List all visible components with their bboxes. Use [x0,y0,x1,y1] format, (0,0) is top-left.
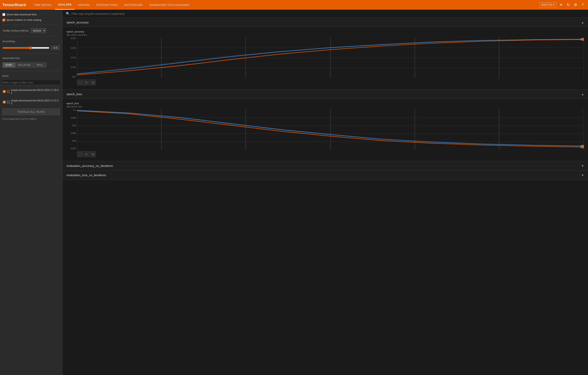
axis-relative-button[interactable]: RELATIVE [15,62,33,68]
chart-loss-svg-container [77,109,584,150]
runs-label: Runs [2,74,60,77]
axis-button-group: STEP RELATIVE WALL [2,62,60,68]
section-epoch-loss-header[interactable]: epoch_loss ▲ [63,89,588,99]
sidebar: Show data download links Ignore outliers… [0,10,63,375]
section-eval-accuracy-title: evaluation_accuracy_vs_iterations [67,164,113,167]
chart-accuracy-fullscreen-button[interactable]: ⛶ [77,80,83,85]
axis-wall-button[interactable]: WALL [33,62,46,68]
chart-loss-title: epoch_loss [67,102,584,105]
smoothing-slider[interactable] [2,46,49,49]
epoch-accuracy-svg [77,38,584,78]
ignore-outliers-input[interactable] [2,19,5,22]
section-epoch-accuracy-header[interactable]: epoch_accuracy ▲ [63,18,588,27]
chart-accuracy-tools: ⛶ ≡ ⊡ [67,80,584,85]
section-epoch-loss: epoch_loss ▲ epoch_loss tag: epoch_loss … [63,89,588,161]
divider-4 [2,71,60,71]
settings-icon[interactable]: ⚙ [573,2,578,8]
epoch-loss-svg [77,109,584,150]
app-logo: TensorBoard [2,3,26,7]
chart-accuracy-list-button[interactable]: ≡ [84,80,89,85]
section-epoch-accuracy: epoch_accuracy ▲ epoch_accuracy tag: epo… [63,18,588,89]
tooltip-setting: Tooltip sorting method: default [2,28,60,33]
chart-accuracy-y-axis: 0.97 0.972 0.974 0.976 0.978 [67,38,77,78]
section-epoch-loss-body: epoch_loss tag: epoch_loss 0.075 0.08 0.… [63,99,588,161]
top-navigation: TensorBoard TIME SERIES SCALARS GRAPHS D… [0,0,588,10]
status-button[interactable]: INACTIVE ▾ [539,2,556,7]
chart-loss-y-axis: 0.075 0.08 0.085 0.09 0.095 0.1 [67,109,77,150]
help-icon[interactable]: ? [580,2,586,8]
section-epoch-accuracy-title: epoch_accuracy [67,21,89,24]
epoch-loss-chart: epoch_loss tag: epoch_loss 0.075 0.08 0.… [67,102,584,157]
nav-right-controls: INACTIVE ▾ ☀ ↻ ⚙ ? [539,2,586,8]
nav-time-series[interactable]: TIME SERIES [31,0,55,10]
app-container: Show data download links Ignore outliers… [0,10,588,375]
section-epoch-accuracy-body: epoch_accuracy tag: epoch_accuracy 0.97 … [63,27,588,89]
main-content: 🔍 epoch_accuracy ▲ epoch_accuracy tag: e… [63,10,588,375]
axis-label: Horizontal Axis [2,56,60,60]
section-epoch-loss-chevron: ▲ [581,93,584,96]
section-eval-loss-title: evaluation_loss_vs_iterations [67,173,106,177]
divider-1 [2,25,60,25]
nav-distributions[interactable]: DISTRIBUTIONS [93,0,121,10]
search-bar: 🔍 [63,10,588,18]
nav-histograms[interactable]: HISTOGRAMS [121,0,146,10]
section-eval-loss: evaluation_loss_vs_iterations ▼ [63,171,588,180]
filter-tags-input[interactable] [72,12,585,15]
chart-loss-tools: ⛶ ≡ ⊡ [67,151,584,157]
path-label: /home/sagemaker-user/s3_folders/ [2,118,60,120]
chart-loss-area: 0.075 0.08 0.085 0.09 0.095 0.1 [67,109,584,150]
smoothing-value-input[interactable] [51,46,60,50]
chart-loss-list-button[interactable]: ≡ [84,151,89,157]
section-eval-loss-header[interactable]: evaluation_loss_vs_iterations ▼ [63,171,588,180]
run-label-1: simple-tensorboard-test-09-02-2023-17-29… [11,89,60,94]
divider-3 [2,53,60,53]
search-icon: 🔍 [66,12,70,16]
smoothing-label: Smoothing [2,40,60,43]
epoch-accuracy-chart: epoch_accuracy tag: epoch_accuracy 0.97 … [67,30,584,85]
section-eval-accuracy: evaluation_accuracy_vs_iterations ▼ [63,161,588,171]
run-color-dot-2 [7,101,10,103]
run-checkbox-1[interactable] [3,90,6,93]
runs-filter-input[interactable] [2,80,60,85]
nav-sagemaker[interactable]: SAGEMAKER DATA MANAGER [146,0,192,10]
chart-accuracy-area: 0.97 0.972 0.974 0.976 0.978 [67,38,584,78]
refresh-icon[interactable]: ↻ [565,2,571,8]
toggle-all-runs-button[interactable]: TOGGLE ALL RUNS [2,109,60,115]
smoothing-control [2,46,60,50]
chart-accuracy-subtitle: tag: epoch_accuracy [67,33,584,36]
chart-accuracy-image-button[interactable]: ⊡ [90,80,96,85]
ignore-outliers-checkbox[interactable]: Ignore outliers in chart scaling [2,18,60,22]
chart-accuracy-title: epoch_accuracy [67,30,584,33]
run-checkbox-2[interactable] [3,101,6,103]
section-epoch-loss-title: epoch_loss [67,92,82,96]
run-item-1[interactable]: simple-tensorboard-test-09-02-2023-17-29… [2,88,60,96]
section-eval-accuracy-header[interactable]: evaluation_accuracy_vs_iterations ▼ [63,161,588,170]
run-label-2: simple-tensorboard-test-09-02-2023-17-37… [11,99,60,105]
tooltip-select[interactable]: default [31,28,46,33]
chart-accuracy-svg-container [77,38,584,78]
chart-loss-subtitle: tag: epoch_loss [67,105,584,108]
run-color-dot-1 [7,90,10,93]
show-download-checkbox[interactable]: Show data download links [2,13,60,16]
brightness-icon[interactable]: ☀ [558,2,564,8]
nav-graphs[interactable]: GRAPHS [75,0,93,10]
section-eval-accuracy-chevron: ▼ [581,164,584,167]
divider-2 [2,36,60,37]
run-item-2[interactable]: simple-tensorboard-test-09-02-2023-17-37… [2,98,60,106]
show-download-input[interactable] [2,13,5,16]
nav-scalars[interactable]: SCALARS [55,0,75,10]
chart-loss-fullscreen-button[interactable]: ⛶ [77,151,83,157]
section-epoch-accuracy-chevron: ▲ [581,21,584,24]
chart-loss-image-button[interactable]: ⊡ [90,151,96,157]
axis-step-button[interactable]: STEP [2,62,15,68]
section-eval-loss-chevron: ▼ [581,174,584,177]
